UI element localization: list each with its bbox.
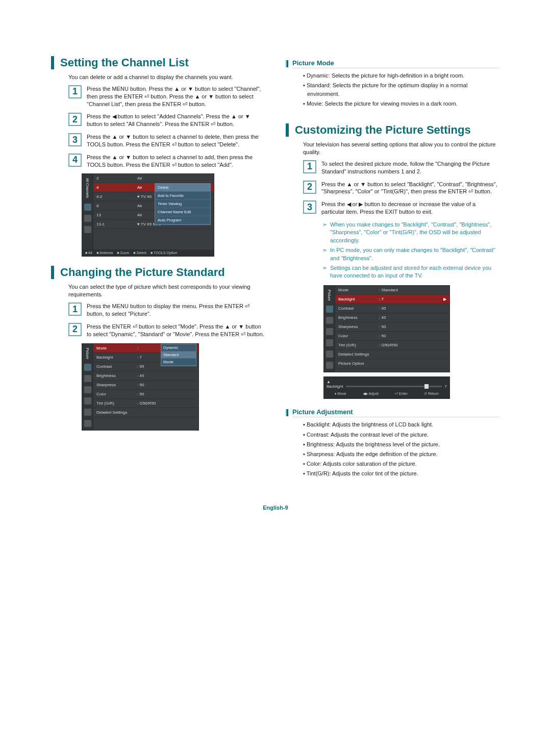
note-text: When you make changes to "Backlight", "C… [330,221,500,244]
osd-panel: Picture Mode: Standard Backlight: 7▶ Con… [323,285,450,373]
application-icon [326,362,333,369]
slider-thumb [424,384,429,389]
slider-label: Backlight [327,384,343,389]
picture-mode-bullets: Dynamic: Selects the picture for high-de… [303,71,500,108]
osd-main: Mode: Standard Backlight: 7▶ Contrast: 9… [335,286,449,372]
picture-icon [84,364,91,371]
osd-panel: All Channels 2Air 4Air 4-2♥ TV #8 8Air 1… [82,173,214,257]
step-text: Press the ▲ or ▼ button to select a chan… [87,154,265,169]
osd-row: Sharpness: 50 [335,322,449,332]
osd-picture-mode-figure: Picture Mode: Backlight: 7 Contrast: 95 … [82,343,265,431]
steps-customizing: 1To select the desired picture mode, fol… [303,160,500,216]
chevron-right-icon: ▶ [443,297,446,301]
footer-item: ⏎ Enter [395,392,408,396]
note-text: In PC mode, you can only make changes to… [330,246,500,262]
right-column: Picture Mode Dynamic: Selects the pictur… [286,56,500,479]
step-number-icon: 2 [68,113,82,126]
application-icon [84,420,91,427]
step-number-icon: 1 [303,160,316,173]
footer-item: ◀▶ Adjust [363,392,379,396]
step-text: To select the desired picture mode, foll… [321,160,500,175]
step-text: Press the ▲ or ▼ button to select a chan… [87,133,265,148]
section-header-channel-list: Setting the Channel List [51,56,265,69]
step-text: Press the ◀ button to select "Added Chan… [87,113,265,128]
osd-row: Contrast: 95 [335,304,449,313]
sub-bar-icon [286,60,288,67]
popup-item: Auto Program [155,216,210,224]
popup-item: Channel Name Edit [155,208,210,216]
osd-sidebar: All Channels [82,174,93,249]
manual-page: Setting the Channel List You can delete … [0,0,551,499]
input-icon [326,350,333,358]
signal-icon [84,226,91,233]
dropdown-item: Movie [161,359,196,366]
osd-side-label: Picture [328,289,331,302]
footer-item: TOOLS Option [151,251,177,255]
notes-block: ➣When you make changes to "Backlight", "… [322,221,500,280]
note-arrow-icon: ➣ [322,221,327,244]
osd-side-label: All Channels [86,177,89,199]
steps-picture-standard: 1Press the MENU button to display the me… [68,303,265,338]
bullet-item: Sharpness: Adjusts the edge definition o… [303,450,500,459]
osd-row: Sharpness: 50 [93,381,198,390]
footer-item: ♦ Move [335,392,346,396]
step-text: Press the MENU button. Press the ▲ or ▼ … [87,85,265,108]
tv-icon [84,204,91,211]
popup-item: Add to Favorite [155,192,210,200]
up-arrow-icon: ▲ [327,380,447,384]
section-bar-icon [51,56,54,69]
bullet-item: Contrast: Adjusts the contrast level of … [303,431,500,439]
intro-text: You can select the type of picture which… [68,283,265,298]
footer-item: Air [85,251,92,255]
step-text: Press the MENU button to display the men… [87,303,265,318]
intro-text: You can delete or add a channel to displ… [68,73,265,81]
sound-icon [84,375,91,382]
osd-row: Color: 50 [335,332,449,341]
page-number: English-9 [0,505,551,511]
section-header-picture-standard: Changing the Picture Standard [51,266,265,279]
osd-row: Mode: Standard [335,286,449,295]
step-number-icon: 1 [68,85,82,98]
sub-title: Picture Adjustment [292,408,500,417]
osd-channel-list-figure: All Channels 2Air 4Air 4-2♥ TV #8 8Air 1… [82,173,265,257]
section-bar-icon [286,123,289,137]
osd-footer: Air Antenna Zoom Select TOOLS Option [82,249,214,256]
osd-side-label: Picture [86,347,89,360]
setup-icon [84,397,91,405]
bullet-item: Color: Adjusts color saturation of the p… [303,460,500,468]
section-title: Customizing the Picture Settings [295,123,471,137]
bullet-item: Tint(G/R): Adjusts the color tint of the… [303,469,500,478]
section-title: Changing the Picture Standard [60,266,225,279]
bullet-item: Backlight: Adjusts the brightness of LCD… [303,420,500,429]
popup-item: Delete [155,184,210,192]
osd-row: Tint (G/R): G50/R50 [335,341,449,350]
step-number-icon: 2 [303,181,316,194]
sound-icon [326,317,333,324]
note-arrow-icon: ➣ [322,246,327,262]
steps-channel-list: 1Press the MENU button. Press the ▲ or ▼… [68,85,265,169]
step-number-icon: 2 [68,323,82,336]
osd-row-selected: Backlight: 7▶ [335,295,449,304]
step-number-icon: 1 [68,303,82,316]
osd-main: 2Air 4Air 4-2♥ TV #8 8Air 13Air 13-1♥ TV… [93,174,214,249]
footer-item: Antenna [96,251,113,255]
intro-text: Your television has several setting opti… [303,141,500,156]
channel-icon [326,328,333,335]
bullet-item: Dynamic: Selects the picture for high-de… [303,71,500,80]
osd-row: Picture Option [335,359,449,368]
channel-icon [84,386,91,393]
sub-title: Picture Mode [292,59,500,68]
dropdown-item: Dynamic [161,344,196,351]
section-bar-icon [51,266,54,279]
setup-icon [326,339,333,346]
osd-row: Detailed Settings [335,350,449,359]
footer-item: Zoom [117,251,129,255]
osd-tools-popup: Delete Add to Favorite Timer Viewing Cha… [155,183,211,225]
subsection-header-picture-adjustment: Picture Adjustment [286,408,500,417]
footer-item: Select [133,251,146,255]
step-text: Press the ENTER ⏎ button to select "Mode… [87,323,265,338]
osd-slider-panel: ▲ Backlight 7 ♦ Move ◀▶ Adjust ⏎ Enter ↺… [323,376,450,399]
bullet-item: Movie: Selects the picture for viewing m… [303,99,500,108]
bullet-item: Standard: Selects the picture for the op… [303,81,500,98]
osd-footer: ♦ Move ◀▶ Adjust ⏎ Enter ↺ Return [327,392,447,396]
